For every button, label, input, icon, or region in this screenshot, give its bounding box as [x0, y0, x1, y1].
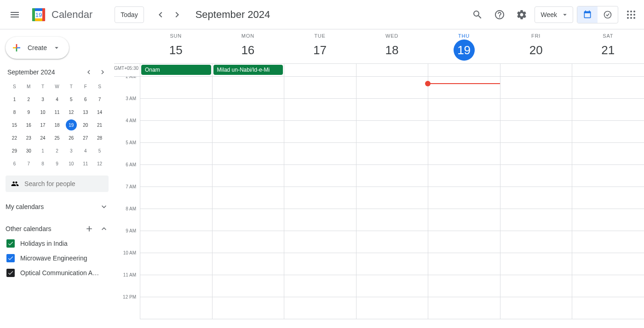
time-cell[interactable] — [500, 297, 572, 319]
time-cell[interactable] — [212, 121, 284, 143]
time-cell[interactable] — [284, 297, 356, 319]
day-number[interactable]: 18 — [381, 40, 402, 61]
time-cell[interactable] — [572, 297, 644, 319]
time-cell[interactable] — [428, 121, 500, 143]
day-header[interactable]: SAT21 — [572, 29, 644, 63]
time-cell[interactable] — [500, 143, 572, 165]
tasks-view-toggle[interactable] — [598, 6, 618, 23]
time-grid[interactable]: 2 AM3 AM4 AM5 AM6 AM7 AM8 AM9 AM10 AM11 … — [114, 77, 644, 328]
time-cell[interactable] — [212, 187, 284, 209]
time-cell[interactable] — [212, 253, 284, 275]
mini-day-cell[interactable]: 5 — [64, 93, 78, 106]
time-cell[interactable] — [572, 99, 644, 121]
time-cell[interactable] — [428, 99, 500, 121]
day-number[interactable]: 20 — [525, 40, 546, 61]
time-cell[interactable] — [428, 231, 500, 253]
mini-day-cell[interactable]: 24 — [36, 131, 50, 144]
mini-prev-month[interactable] — [85, 68, 93, 76]
plus-icon[interactable] — [85, 224, 94, 233]
mini-day-cell[interactable]: 23 — [22, 131, 36, 144]
time-cell[interactable] — [572, 165, 644, 187]
time-cell[interactable] — [284, 99, 356, 121]
search-people-input[interactable] — [24, 180, 103, 187]
mini-day-cell[interactable]: 21 — [92, 119, 107, 131]
time-cell[interactable] — [212, 209, 284, 231]
time-cell[interactable] — [428, 275, 500, 297]
time-cell[interactable] — [356, 297, 428, 319]
time-cell[interactable] — [212, 99, 284, 121]
time-cell[interactable] — [140, 209, 212, 231]
time-cell[interactable] — [356, 143, 428, 165]
mini-day-cell[interactable]: 12 — [92, 157, 107, 170]
time-cell[interactable] — [140, 297, 212, 319]
mini-day-cell[interactable]: 1 — [36, 144, 50, 157]
time-cell[interactable] — [428, 297, 500, 319]
mini-day-cell[interactable]: 7 — [92, 93, 107, 106]
time-cell[interactable] — [500, 231, 572, 253]
allday-cell[interactable]: Milad un-Nabi/Id-e-Mi — [212, 64, 284, 76]
day-header[interactable]: WED18 — [356, 29, 428, 63]
mini-day-cell[interactable]: 30 — [22, 144, 36, 157]
search-button[interactable] — [468, 6, 487, 24]
support-button[interactable] — [490, 6, 509, 24]
time-cell[interactable] — [572, 275, 644, 297]
mini-next-month[interactable] — [98, 68, 107, 76]
allday-event[interactable]: Milad un-Nabi/Id-e-Mi — [213, 65, 283, 75]
time-cell[interactable] — [428, 165, 500, 187]
time-cell[interactable] — [284, 275, 356, 297]
time-cell[interactable] — [356, 253, 428, 275]
mini-day-cell[interactable]: 16 — [22, 119, 36, 131]
mini-day-cell[interactable]: 7 — [22, 157, 36, 170]
google-apps-button[interactable] — [622, 6, 640, 24]
allday-cell[interactable] — [428, 64, 500, 76]
day-header[interactable]: MON16 — [212, 29, 284, 63]
mini-day-cell[interactable]: 8 — [7, 106, 22, 119]
mini-day-cell[interactable]: 1 — [7, 93, 22, 106]
mini-day-cell[interactable]: 13 — [78, 106, 92, 119]
calendar-logo[interactable]: 19 Calendar — [29, 6, 92, 24]
time-cell[interactable] — [572, 253, 644, 275]
time-cell[interactable] — [140, 143, 212, 165]
allday-cell[interactable] — [500, 64, 572, 76]
time-cell[interactable] — [212, 77, 284, 99]
mini-day-cell[interactable]: 3 — [64, 144, 78, 157]
allday-event[interactable]: Onam — [141, 65, 211, 75]
time-cell[interactable] — [572, 77, 644, 99]
time-cell[interactable] — [284, 143, 356, 165]
mini-day-cell[interactable]: 29 — [7, 144, 22, 157]
mini-day-cell[interactable]: 2 — [50, 144, 64, 157]
main-menu-button[interactable] — [4, 4, 26, 26]
next-week-button[interactable] — [170, 7, 184, 22]
mini-day-cell[interactable]: 5 — [92, 144, 107, 157]
mini-day-cell[interactable]: 19 — [66, 119, 77, 130]
time-cell[interactable] — [284, 121, 356, 143]
time-cell[interactable] — [572, 231, 644, 253]
mini-day-cell[interactable]: 6 — [78, 93, 92, 106]
time-cell[interactable] — [500, 99, 572, 121]
time-cell[interactable] — [356, 77, 428, 99]
day-number[interactable]: 19 — [454, 40, 475, 61]
view-dropdown[interactable]: Week — [535, 6, 573, 23]
day-header[interactable]: TUE17 — [284, 29, 356, 63]
time-cell[interactable] — [428, 209, 500, 231]
today-button[interactable]: Today — [115, 6, 144, 23]
time-cell[interactable] — [500, 209, 572, 231]
time-cell[interactable] — [572, 209, 644, 231]
mini-day-cell[interactable]: 20 — [78, 119, 92, 131]
time-cell[interactable] — [356, 209, 428, 231]
time-cell[interactable] — [212, 165, 284, 187]
settings-button[interactable] — [512, 6, 531, 24]
allday-cell[interactable] — [572, 64, 644, 76]
mini-day-cell[interactable]: 11 — [50, 106, 64, 119]
time-cell[interactable] — [212, 275, 284, 297]
time-cell[interactable] — [500, 253, 572, 275]
mini-day-cell[interactable]: 8 — [36, 157, 50, 170]
time-cell[interactable] — [572, 187, 644, 209]
time-cell[interactable] — [284, 253, 356, 275]
time-cell[interactable] — [500, 121, 572, 143]
allday-cell[interactable] — [356, 64, 428, 76]
time-cell[interactable] — [428, 253, 500, 275]
time-cell[interactable] — [212, 297, 284, 319]
allday-cell[interactable]: Onam — [140, 64, 212, 76]
calendar-checkbox[interactable] — [6, 254, 15, 262]
